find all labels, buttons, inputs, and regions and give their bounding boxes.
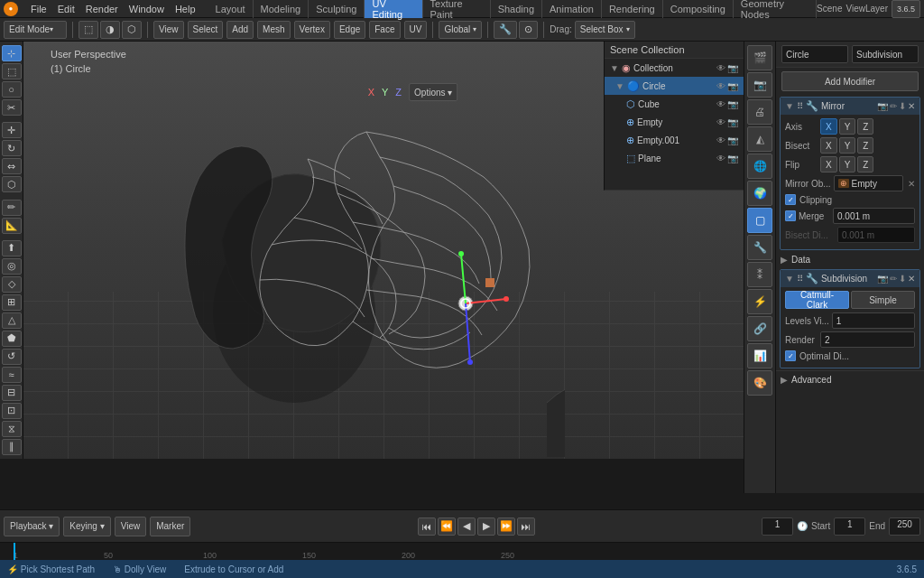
empty001-eye-icon[interactable]: 👁 xyxy=(716,135,725,145)
output-props-tab[interactable]: 🖨 xyxy=(747,99,772,125)
tab-sculpting[interactable]: Sculpting xyxy=(309,0,365,18)
z-axis-btn[interactable]: Z xyxy=(395,87,402,98)
mirror-expand-icon[interactable]: ▼ xyxy=(785,101,794,111)
edge-menu-btn[interactable]: Edge xyxy=(334,21,365,39)
cube-render-icon[interactable]: 📷 xyxy=(727,99,738,109)
tab-modeling[interactable]: Modeling xyxy=(254,0,310,18)
outliner-item-cube[interactable]: ⬡ Cube 👁 📷 xyxy=(605,95,744,113)
select-box-tool[interactable]: ⬚ xyxy=(2,63,22,79)
tab-texture-paint[interactable]: Texture Paint xyxy=(423,0,491,18)
proportional-btn[interactable]: ⊙ xyxy=(519,21,538,39)
tab-layout[interactable]: Layout xyxy=(208,0,254,18)
step-back-btn[interactable]: ⏪ xyxy=(438,517,456,536)
menu-help[interactable]: Help xyxy=(170,0,201,17)
subdiv-edit-icon[interactable]: ✏ xyxy=(890,274,897,284)
render-icon[interactable]: 📷 xyxy=(727,63,738,73)
menu-file[interactable]: File xyxy=(25,0,52,17)
menu-window[interactable]: Window xyxy=(124,0,170,17)
levels-vi-value[interactable]: 1 xyxy=(832,312,915,329)
subdiv-cam-icon[interactable]: 📷 xyxy=(877,274,888,284)
shrink-tool[interactable]: ⊡ xyxy=(2,403,22,419)
y-axis-btn[interactable]: Y xyxy=(382,87,388,98)
keying-btn[interactable]: Keying ▾ xyxy=(63,517,110,536)
engine-selector[interactable]: 3.6.5 xyxy=(892,0,920,18)
viewport-shade-btn[interactable]: ◑ xyxy=(100,21,120,39)
particles-tab[interactable]: ⁑ xyxy=(747,262,772,287)
vertex-slide-tool[interactable]: ∥ xyxy=(2,439,22,455)
advanced-section-header[interactable]: ▶ Advanced xyxy=(776,370,924,388)
orientation-selector[interactable]: Global ▾ xyxy=(439,21,482,39)
scene-props-tab[interactable]: 🎬 xyxy=(747,45,772,70)
viewport-display-btn[interactable]: ⬚ xyxy=(79,21,98,39)
smooth-tool[interactable]: ≈ xyxy=(2,367,22,383)
spin-tool[interactable]: ↺ xyxy=(2,349,22,365)
view-btn[interactable]: View xyxy=(115,517,147,536)
snap-btn[interactable]: 🔧 xyxy=(494,21,517,39)
step-forward-btn[interactable]: ⏩ xyxy=(497,517,515,536)
drag-selector[interactable]: Select Box ▾ xyxy=(575,21,635,39)
viewport-wire-btn[interactable]: ⬡ xyxy=(122,21,142,39)
merge-value[interactable]: 0.001 m xyxy=(833,208,915,224)
view-menu-btn[interactable]: View xyxy=(153,21,184,39)
jump-start-btn[interactable]: ⏮ xyxy=(418,517,436,536)
bevel-tool[interactable]: ◇ xyxy=(2,276,22,293)
edge-slide-tool[interactable]: ⊟ xyxy=(2,385,22,401)
clipping-checkbox[interactable]: ✓ xyxy=(785,194,796,205)
outliner-item-collection[interactable]: ▼ ◉ Collection 👁 📷 xyxy=(605,59,744,77)
render-props-tab[interactable]: 📷 xyxy=(747,72,772,98)
bisect-y-btn[interactable]: Y xyxy=(839,137,856,154)
mirror-obj-clear-icon[interactable]: ✕ xyxy=(908,179,915,189)
outliner-item-plane[interactable]: ⬚ Plane 👁 📷 xyxy=(605,149,744,167)
bisect-z-btn[interactable]: Z xyxy=(857,137,873,154)
play-btn[interactable]: ▶ xyxy=(477,517,495,536)
outliner-item-empty[interactable]: ⊕ Empty 👁 📷 xyxy=(605,113,744,131)
empty-render-icon[interactable]: 📷 xyxy=(727,117,738,127)
eye-icon[interactable]: 👁 xyxy=(716,63,725,73)
end-frame-input[interactable]: 250 xyxy=(889,517,920,536)
scene-tab[interactable]: 🌐 xyxy=(747,154,772,179)
mirror-cam-icon[interactable]: 📷 xyxy=(877,101,888,111)
simple-btn[interactable]: Simple xyxy=(851,291,915,309)
object-name-field[interactable]: Circle xyxy=(781,45,848,63)
physics-tab[interactable]: ⚡ xyxy=(747,289,772,314)
render-value[interactable]: 2 xyxy=(820,331,915,348)
select-lasso-tool[interactable]: ✂ xyxy=(2,99,22,116)
constraints-tab[interactable]: 🔗 xyxy=(747,316,772,341)
subdiv-expand-icon[interactable]: ▼ xyxy=(785,274,794,284)
blender-logo[interactable]: ● xyxy=(4,2,18,16)
plane-render-icon[interactable]: 📷 xyxy=(727,154,738,163)
rotate-tool[interactable]: ↻ xyxy=(2,140,22,156)
material-tab[interactable]: 🎨 xyxy=(747,370,772,396)
subdiv-down-icon[interactable]: ⬇ xyxy=(899,274,906,284)
outliner-item-circle[interactable]: ▼ 🔵 Circle 👁 📷 xyxy=(605,77,744,95)
modifier-tab[interactable]: 🔧 xyxy=(747,235,772,260)
bisect-x-btn[interactable]: X xyxy=(820,137,837,154)
circle-render-icon[interactable]: 📷 xyxy=(727,81,738,91)
tab-compositing[interactable]: Compositing xyxy=(663,0,734,18)
mirror-down-icon[interactable]: ⬇ xyxy=(899,101,906,111)
add-modifier-btn[interactable]: Add Modifier xyxy=(781,71,919,91)
timeline[interactable]: 1 50 100 150 200 250 xyxy=(0,542,924,560)
uv-menu-btn[interactable]: UV xyxy=(404,21,428,39)
empty-eye-icon[interactable]: 👁 xyxy=(716,117,725,127)
start-frame-input[interactable]: 1 xyxy=(834,517,865,536)
mirror-edit-icon[interactable]: ✏ xyxy=(890,101,897,111)
loop-cut-tool[interactable]: ⊞ xyxy=(2,294,22,311)
measure-tool[interactable]: 📐 xyxy=(2,218,22,234)
shear-tool[interactable]: ⧖ xyxy=(2,421,22,437)
optimal-display-checkbox[interactable]: ✓ xyxy=(785,350,796,361)
empty001-render-icon[interactable]: 📷 xyxy=(727,135,738,145)
data-tab[interactable]: 📊 xyxy=(747,343,772,368)
move-tool[interactable]: ✛ xyxy=(2,122,22,138)
poly-build-tool[interactable]: ⬟ xyxy=(2,331,22,347)
vertex-menu-btn[interactable]: Vertex xyxy=(294,21,330,39)
flip-z-btn[interactable]: Z xyxy=(857,156,873,172)
inset-tool[interactable]: ◎ xyxy=(2,258,22,275)
mirror-close-icon[interactable]: ✕ xyxy=(908,101,915,111)
menu-edit[interactable]: Edit xyxy=(52,0,80,17)
playback-btn[interactable]: Playback ▾ xyxy=(4,517,60,536)
merge-checkbox[interactable]: ✓ xyxy=(785,210,796,221)
timeline-cursor[interactable] xyxy=(14,543,15,560)
annotate-tool[interactable]: ✏ xyxy=(2,200,22,216)
mesh-menu-btn[interactable]: Mesh xyxy=(257,21,290,39)
